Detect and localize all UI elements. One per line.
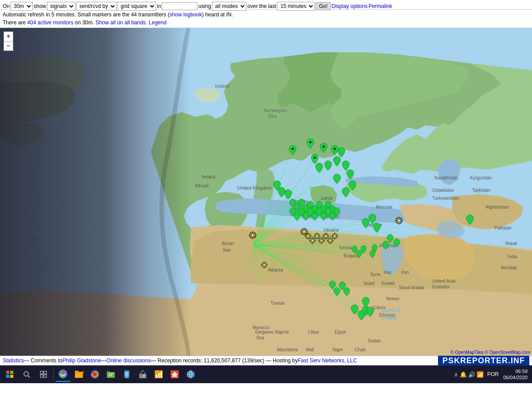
- svg-text:India: India: [508, 254, 517, 259]
- svg-point-130: [309, 141, 312, 144]
- clock: 06:58 06/04/2020: [503, 368, 528, 381]
- svg-rect-232: [143, 376, 145, 377]
- statusbar: Statistics — Comments to Philip Gladston…: [0, 356, 532, 365]
- svg-text:Yemen: Yemen: [386, 296, 399, 301]
- svg-text:Pakistan: Pakistan: [494, 225, 511, 230]
- svg-point-181: [329, 240, 332, 242]
- svg-point-226: [126, 377, 128, 378]
- svg-text:Tunisia: Tunisia: [270, 301, 285, 306]
- show-logbook-link[interactable]: show logbook: [169, 12, 202, 18]
- modes-select[interactable]: all modes: [212, 2, 246, 11]
- svg-text:Norwegian: Norwegian: [264, 108, 287, 113]
- svg-text:Latvia: Latvia: [321, 196, 333, 201]
- taskbar-globe-icon[interactable]: [183, 367, 198, 382]
- svg-text:Serbia: Serbia: [339, 245, 352, 250]
- svg-text:Kazakhstan: Kazakhstan: [434, 175, 458, 180]
- svg-point-139: [251, 234, 254, 237]
- active-monitors-link[interactable]: 404 active monitors: [27, 19, 73, 26]
- taskbar-firefox-icon[interactable]: [87, 367, 102, 382]
- sep2: —: [101, 357, 106, 364]
- statistics-link[interactable]: Statistics: [3, 357, 24, 364]
- svg-rect-222: [109, 373, 113, 374]
- svg-text:Aden: Aden: [382, 314, 397, 321]
- show-select[interactable]: signals: [47, 2, 75, 11]
- map-container[interactable]: Norwegian Sea Iceland Iboran Sea Athooli…: [0, 28, 532, 356]
- svg-point-175: [325, 235, 327, 237]
- svg-text:Emirates: Emirates: [432, 284, 450, 289]
- time-select[interactable]: 15 minutes: [277, 2, 315, 11]
- location-input[interactable]: [162, 2, 197, 10]
- zoom-out-button[interactable]: −: [4, 41, 13, 51]
- mode-select[interactable]: sent/rcvd by: [76, 2, 117, 11]
- start-button[interactable]: [2, 366, 18, 382]
- legend-link[interactable]: Legend: [149, 19, 167, 26]
- svg-text:Libya: Libya: [308, 330, 319, 334]
- fast-serv-link[interactable]: Fast Serv Networks, LLC: [298, 357, 357, 364]
- show-all-link[interactable]: Show all on all bands.: [95, 19, 147, 26]
- system-tray: ∧ 🔔 🔊 📶 POR 06:58 06/04/2020: [452, 368, 530, 381]
- tray-bell: 🔔: [460, 371, 467, 378]
- svg-text:Algeria: Algeria: [275, 330, 289, 334]
- taskbar-chart-icon[interactable]: [151, 367, 166, 382]
- zoom-in-button[interactable]: +: [4, 31, 13, 41]
- svg-point-187: [334, 235, 336, 237]
- svg-rect-221: [107, 371, 110, 373]
- svg-rect-206: [10, 375, 13, 378]
- svg-text:Iraq: Iraq: [383, 270, 391, 275]
- show-label: show: [34, 3, 46, 9]
- openmap-tiles-link[interactable]: © OpenMapTiles: [450, 350, 484, 355]
- svg-rect-204: [10, 371, 13, 374]
- taskbar-chrome-icon[interactable]: [55, 367, 70, 382]
- svg-text:Iran: Iran: [401, 270, 409, 275]
- openstreetmap-link[interactable]: © OpenStreetMap.com: [485, 350, 530, 355]
- svg-rect-234: [156, 375, 157, 377]
- tray-volume[interactable]: 🔊: [468, 371, 475, 378]
- taskbar-app4-icon[interactable]: [103, 367, 118, 382]
- go-button[interactable]: Go!: [316, 2, 330, 10]
- band-select[interactable]: 30m: [11, 2, 33, 11]
- svg-point-207: [24, 372, 28, 376]
- svg-rect-209: [40, 371, 43, 374]
- svg-rect-205: [6, 375, 9, 378]
- sep3: — Reception records: 11,620,507,877 (139…: [151, 357, 298, 364]
- zoom-controls: + −: [4, 31, 13, 51]
- svg-text:Chad: Chad: [355, 347, 365, 352]
- taskbar-phone-icon[interactable]: [119, 367, 134, 382]
- svg-text:Syria: Syria: [370, 272, 380, 277]
- task-view-button[interactable]: [35, 366, 51, 382]
- groupby-select[interactable]: grid square: [117, 2, 156, 11]
- philip-gladstone-link[interactable]: Philip Gladstone: [63, 357, 101, 364]
- svg-text:Kuwait: Kuwait: [381, 281, 395, 286]
- taskbar-separator: [53, 368, 54, 381]
- svg-text:Mumbai: Mumbai: [501, 265, 517, 270]
- svg-line-228: [140, 370, 143, 374]
- taskbar-fileexplorer-icon[interactable]: [71, 367, 86, 382]
- infobar-line2: There are 404 active monitors on 30m. Sh…: [3, 19, 529, 27]
- tray-icons: ∧ 🔔 🔊 📶: [452, 371, 485, 378]
- using-label: using: [198, 3, 211, 9]
- tray-chevron[interactable]: ∧: [454, 371, 458, 378]
- svg-text:Kyrgyzstan: Kyrgyzstan: [470, 175, 492, 180]
- infobar: Automatic refresh in 5 minutes. Small ma…: [0, 10, 532, 28]
- toolbar: On 30m show signals sent/rcvd by grid sq…: [0, 0, 532, 10]
- svg-point-151: [307, 235, 309, 237]
- svg-text:Israel: Israel: [364, 281, 374, 286]
- online-discussions-link[interactable]: Online discussions: [106, 357, 151, 364]
- taskbar-radio-icon[interactable]: [135, 367, 150, 382]
- overlast-label: over the last: [247, 3, 276, 9]
- svg-text:Albania: Albania: [268, 268, 283, 272]
- display-options-link[interactable]: Display options: [332, 3, 368, 9]
- svg-point-219: [93, 373, 97, 376]
- svg-rect-210: [44, 371, 47, 374]
- permalink-link[interactable]: Permalink: [368, 3, 392, 9]
- svg-text:Niger: Niger: [332, 347, 344, 352]
- svg-text:Gulf of: Gulf of: [382, 307, 401, 314]
- svg-text:Nepal: Nepal: [505, 241, 517, 246]
- pskreporter-logo: PSKREPORTER.INF: [438, 356, 529, 365]
- search-button[interactable]: [19, 366, 35, 382]
- svg-point-163: [316, 235, 318, 237]
- svg-text:Sea: Sea: [223, 248, 231, 252]
- svg-point-230: [140, 375, 142, 377]
- svg-point-133: [314, 157, 316, 159]
- taskbar-app8-icon[interactable]: [167, 367, 182, 382]
